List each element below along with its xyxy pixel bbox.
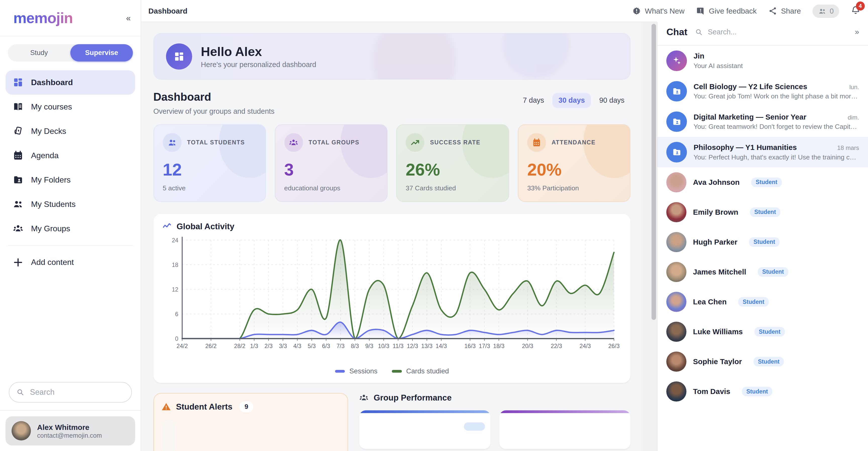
svg-text:18/3: 18/3 [493,343,504,349]
student-alerts-card[interactable]: Student Alerts 9 [153,393,348,451]
avatar [666,381,686,401]
range-7-days[interactable]: 7 days [517,93,550,108]
svg-text:28/2: 28/2 [234,343,245,349]
group-card-accent [499,410,630,413]
sidebar-search[interactable] [9,382,132,402]
notifications-badge: 4 [856,1,865,10]
banner-decor [503,33,569,78]
global-activity-chart[interactable]: 0612182424/226/228/21/32/33/34/35/36/37/… [162,234,624,363]
chat-search-input[interactable] [707,27,855,37]
stat-label: ATTENDANCE [552,139,595,146]
viewers-pill[interactable]: 0 [812,4,839,18]
student-item-james-mitchell[interactable]: James Mitchell Student [657,257,868,287]
sidebar-item-agenda[interactable]: Agenda [5,143,135,168]
mode-study[interactable]: Study [8,44,70,61]
ai-sparkles-icon [666,51,687,71]
mode-toggle[interactable]: Study Supervise [8,44,133,61]
chat-collapse-icon[interactable]: » [855,27,859,36]
share-label: Share [781,7,801,15]
sidebar-item-add-content[interactable]: Add content [5,250,135,275]
sidebar-search-input[interactable] [29,387,124,397]
notifications-button[interactable]: 4 [851,5,860,17]
sidebar-footer: Alex Whitmore contact@memojin.com [0,410,141,451]
chat-item-cell-biology[interactable]: Cell Biology — Y2 Life Scienceslun. You:… [657,76,868,106]
megaphone-badge-icon [632,6,641,15]
stat-attendance[interactable]: ATTENDANCE 20% 33% Participation [518,124,631,202]
chat-subtitle: Your AI assistant [693,62,859,70]
legend-sessions[interactable]: Sessions [335,367,377,375]
student-item-emily-brown[interactable]: Emily Brown Student [657,197,868,227]
sidebar-item-my-folders[interactable]: My Folders [5,168,135,192]
svg-text:6: 6 [175,311,178,317]
sidebar-collapse-icon[interactable]: « [126,13,131,23]
stat-total-groups[interactable]: TOTAL GROUPS 3 educational groups [275,124,388,202]
sidebar-nav: Dashboard My courses My Decks Agenda My … [0,64,141,275]
app-logo: memojin [13,9,73,27]
student-item-luke-williams[interactable]: Luke Williams Student [657,317,868,347]
chat-list: Jin Your AI assistant Cell Biology — Y2 … [657,46,868,407]
student-item-ava-johnson[interactable]: Ava Johnson Student [657,167,868,197]
chart-legend: Sessions Cards studied [162,365,622,379]
chat-name: Jin [693,52,704,60]
sidebar-item-my-groups[interactable]: My Groups [5,217,135,241]
chat-name: Philosophy — Y1 Humanities [693,143,797,152]
legend-cards-studied[interactable]: Cards studied [392,367,449,375]
chat-item-digital-marketing[interactable]: Digital Marketing — Senior Yeardim. You:… [657,106,868,137]
sidebar-item-my-courses[interactable]: My courses [5,95,135,119]
range-30-days[interactable]: 30 days [552,93,591,108]
main-column: Hello Alex Here's your personalized dash… [141,0,643,451]
whats-new-label: What's New [645,7,685,15]
svg-text:24: 24 [172,237,178,244]
chat-name: Digital Marketing — Senior Year [693,113,806,121]
sidebar-header: memojin « [0,0,141,36]
mode-supervise[interactable]: Supervise [70,44,133,61]
student-item-sophie-taylor[interactable]: Sophie Taylor Student [657,347,868,377]
svg-text:16/3: 16/3 [464,343,476,349]
chat-item-jin[interactable]: Jin Your AI assistant [657,46,868,76]
chat-preview: You: Perfect Hugh, that's exactly it! Us… [693,154,859,161]
student-badge: Student [742,387,772,396]
student-badge: Student [754,327,785,336]
chat-item-philosophy[interactable]: Philosophy — Y1 Humanities18 mars You: P… [657,137,868,167]
svg-text:14/3: 14/3 [435,343,447,349]
scrollbar-thumb[interactable] [651,24,656,320]
range-90-days[interactable]: 90 days [593,93,631,108]
sidebar-item-my-decks[interactable]: My Decks [5,119,135,143]
sidebar-item-dashboard[interactable]: Dashboard [5,70,135,95]
svg-text:13/3: 13/3 [421,343,433,349]
svg-text:24/3: 24/3 [580,343,591,349]
stat-value: 12 [163,160,257,179]
chat-time: 18 mars [833,144,859,152]
scrollbar-track[interactable] [643,22,657,451]
svg-text:12: 12 [172,286,178,293]
group-performance-section: Group Performance [359,393,630,451]
svg-text:22/3: 22/3 [551,343,562,349]
stat-label: TOTAL GROUPS [309,139,360,146]
student-badge: Student [749,237,779,247]
warning-icon [161,402,171,411]
alerts-title: Student Alerts [176,402,232,412]
student-item-lea-chen[interactable]: Lea Chen Student [657,287,868,317]
group-card-badge [464,422,485,431]
share-button[interactable]: Share [768,6,801,15]
chat-panel: Chat » Jin Your AI assistant [657,0,868,451]
chat-title: Chat [666,27,687,37]
chat-time: lun. [845,84,859,91]
dashboard-badge-icon [166,43,192,70]
sidebar-item-my-students[interactable]: My Students [5,192,135,217]
stat-success-rate[interactable]: SUCCESS RATE 26% 37 Cards studied [396,124,509,202]
sessions-swatch [335,370,345,373]
group-card[interactable] [499,410,630,449]
student-item-hugh-parker[interactable]: Hugh Parker Student [657,227,868,257]
profile-card[interactable]: Alex Whitmore contact@memojin.com [5,416,135,446]
share-icon [768,6,777,15]
give-feedback-button[interactable]: Give feedback [696,6,757,15]
svg-text:2/3: 2/3 [265,343,273,349]
stat-total-students[interactable]: TOTAL STUDENTS 12 5 active [153,124,266,202]
sidebar: memojin « Study Supervise Dashboard My c… [0,0,141,451]
student-item-tom-davis[interactable]: Tom Davis Student [657,377,868,407]
chat-search[interactable] [695,27,855,37]
whats-new-button[interactable]: What's New [632,6,684,15]
book-icon [13,101,23,112]
group-card[interactable] [359,410,490,449]
